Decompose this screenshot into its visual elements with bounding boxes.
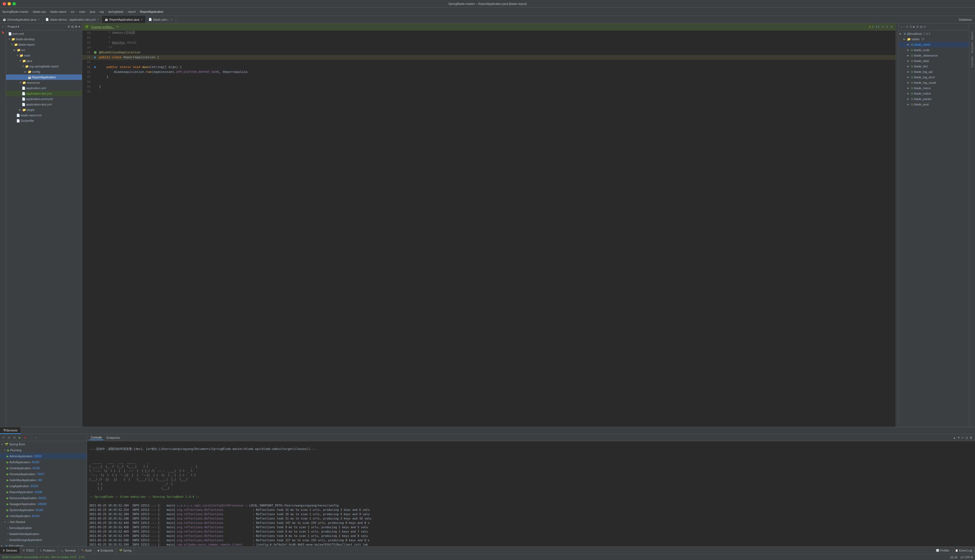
tab-report-close[interactable]: ✕ [141,18,143,21]
tab-blade[interactable]: 📄 blade.yam... ✕ [146,16,176,23]
win-btn-endpoints[interactable]: ◉ Endpoints [95,547,117,554]
breadcrumb-springblade2[interactable]: springblade [108,10,124,13]
db-table-blade-menu[interactable]: ▶ ⊞ blade_menu [898,85,969,91]
db-refresh-button[interactable]: ⟳ [906,25,908,28]
structure-label[interactable]: Structure [971,42,973,53]
change-profiles-text[interactable]: Change profiles... [91,25,114,28]
tree-item-org[interactable]: ▼ 📁 org.springblade.report [6,63,82,69]
db-table-blade-dept[interactable]: ▶ ⊞ blade_dept [898,58,969,63]
db-remove-button[interactable]: − [903,25,905,28]
breadcrumb-report[interactable]: report [128,10,136,13]
project-icon[interactable]: P [0,25,5,29]
svc-user-app[interactable]: ▶ UserApplication :8102/ [0,513,87,519]
breadcrumb-org[interactable]: org [100,10,104,13]
tree-item-resources[interactable]: ▼ 📁 resources [6,80,82,85]
db-table-button[interactable]: ⊞ [916,25,919,28]
tab-demo[interactable]: ☕ DemoApplication.java ✕ [0,16,43,23]
maven-label[interactable]: Maven [971,32,973,40]
breadcrumb-src[interactable]: src [71,10,75,13]
db-table-blade-notice[interactable]: ▶ ⊞ blade_notice [898,91,969,96]
close-button[interactable] [3,2,6,5]
svc-system-app[interactable]: ▶ SystemApplication :8106/ [0,507,87,513]
db-table-blade-param[interactable]: ▶ ⊞ blade_param [898,96,969,102]
profiles-nav-up[interactable]: ∧ [882,25,884,28]
db-table-blade-client[interactable]: ▶ ⊞ blade_client [898,42,969,47]
svc-filter-btn[interactable]: ⊞ [12,435,17,440]
svc-gateway-app[interactable]: ▶ GateWayApplication :80/ [0,477,87,483]
db-table-blade-datasource[interactable]: ▶ ⊞ blade_datasource [898,53,969,58]
tree-item-app-test-yml[interactable]: 📄 application-test.yml [6,102,82,107]
tab-blade-close[interactable]: ✕ [171,18,173,21]
svc-more-btn[interactable]: ⋮ [28,435,33,440]
tab-yml-close[interactable]: ✕ [97,18,99,21]
db-sync-button[interactable]: ⇅ [910,25,912,28]
svc-localhost-group[interactable]: ▶ 🖥 @localhost [0,543,87,547]
win-btn-profiler[interactable]: 📊 Profiler [933,547,952,554]
project-tool-settings[interactable]: ⚙ [75,25,78,28]
svc-stop-btn[interactable]: ■ [23,435,28,440]
tree-item-app-dev-yml[interactable]: 📄 application-dev.yml [6,91,82,96]
tree-item-target[interactable]: ▶ 📁 target [6,107,82,113]
svc-running-group[interactable]: ▼ ▶ Running [0,447,87,453]
tab-yml[interactable]: 📄 blade-demo/.../application-dev.yml ✕ [43,16,102,23]
project-tool-collapse[interactable]: ⊟ [71,25,74,28]
svc-resource-app[interactable]: ▶ ResourceApplication :8010/ [0,495,87,501]
tree-item-src[interactable]: ▶ 📁 src [6,47,82,53]
svc-admin-app[interactable]: ▶ AdminApplication :2002/ [0,453,87,459]
db-table-blade-log-usual[interactable]: ▶ ⊞ blade_log_usual [898,80,969,85]
tree-item-blade-develop[interactable]: ▼ 📁 blade-develop [6,37,82,42]
db-schema-button[interactable]: ▤ [920,25,923,28]
svc-develop-app[interactable]: ▶ DevelopApplication :7007/ [0,471,87,477]
win-btn-problems[interactable]: ⚠ Problems [37,547,58,554]
win-btn-eventlog[interactable]: 📋 Event Log [952,547,975,554]
scroll-up-btn[interactable]: ▲ [953,436,956,440]
tree-item-main[interactable]: ▼ 📁 main [6,53,82,58]
breadcrumb-blade-ops[interactable]: blade-ops [33,10,46,13]
tree-item-config[interactable]: ▶ 📁 config [6,69,82,75]
svc-not-started-group[interactable]: ▼ ○ Not Started [0,519,87,525]
svc-seata-order[interactable]: ○ SeataOrderApplication [0,531,87,537]
tree-item-java[interactable]: ▼ 📁 java [6,58,82,63]
db-server-localhost[interactable]: ▶ 🖥 @localhost 2 of 5 [898,31,969,37]
maximize-button[interactable] [13,2,16,5]
db-table-blade-code[interactable]: ▶ ⊞ blade_code [898,47,969,53]
tree-item-blade-report[interactable]: ▼ 📁 blade-report [6,42,82,47]
svc-run-btn[interactable]: ▶ [17,435,22,440]
tab-demo-close[interactable]: ✕ [38,18,40,21]
console-tab-console[interactable]: Console [89,435,104,440]
win-btn-build[interactable]: 🔨 Build [78,547,95,554]
svc-report-app[interactable]: ▶ ReportApplication :8108/ [0,489,87,495]
tree-item-app-prod-yml[interactable]: 📄 application-prod.yml [6,96,82,102]
minimize-button[interactable] [8,2,11,5]
win-btn-todo[interactable]: ☑ TODO [20,547,37,554]
tab-services[interactable]: ⚙ Services [0,427,21,434]
db-table-blade-dict[interactable]: ▶ ⊞ blade_dict [898,63,969,69]
console-tab-endpoints[interactable]: Endpoints [105,435,122,440]
svc-springboot-group[interactable]: ▼ 🌱 Spring Boot [0,441,87,447]
bookmark-icon[interactable]: 🔖 [0,30,5,35]
breadcrumb-main[interactable]: main [79,10,85,13]
svc-swagger-app[interactable]: ▶ SwaggerApplication :18000/ [0,501,87,507]
db-filter-button[interactable]: ⊟ [923,25,926,28]
editor-scrollbar[interactable] [896,23,898,427]
svc-expand-btn[interactable]: ⊟ [7,435,12,440]
db-table-blade-log-error[interactable]: ▶ ⊞ blade_log_error [898,75,969,80]
svc-log-app[interactable]: ▶ LogApplication :8103/ [0,483,87,489]
tree-item-report-app[interactable]: ☕ ReportApplication [6,75,82,80]
project-tool-gear[interactable]: ▾ [78,25,80,28]
db-table-blade-post[interactable]: ▶ ⊞ blade_post [898,102,969,107]
win-btn-services[interactable]: ⚙ Services [0,547,20,554]
svc-refresh-btn[interactable]: ⟳ [1,435,6,440]
svc-desk-app[interactable]: ▶ DeskApplication :8105/ [0,465,87,471]
scroll-print-btn[interactable]: 🖨 [965,436,968,440]
svc-seata-storage[interactable]: ○ SeataStorageApplication [0,537,87,543]
tree-item-dockerfile[interactable]: 📄 Dockerfile [6,118,82,123]
breadcrumb-blade-report[interactable]: blade-report [50,10,67,13]
tree-item-app-yml[interactable]: 📄 application.yml [6,85,82,91]
profiles-close[interactable]: ✕ [890,25,893,28]
tree-item-iml[interactable]: 📄 blade-report.iml [6,113,82,118]
db-tables-folder[interactable]: ▶ 📁 tables 19 [898,37,969,42]
code-editor[interactable]: 23 * UReport启动器 24 * 25 * @author Chill … [82,30,896,427]
svc-add-btn[interactable]: + [34,435,38,440]
favorites-label[interactable]: Favorites [971,56,973,67]
